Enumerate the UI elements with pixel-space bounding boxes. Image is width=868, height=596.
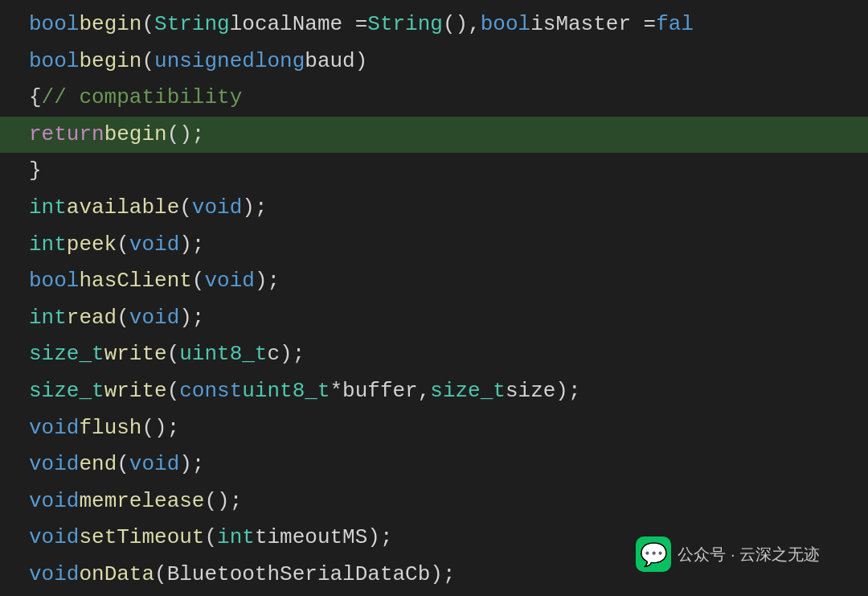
code-token: // compatibility xyxy=(42,81,243,115)
code-token: ); xyxy=(242,191,267,225)
code-token: peek xyxy=(67,228,117,262)
code-token: void xyxy=(204,265,254,298)
code-editor: bool begin(String localName = String(), … xyxy=(0,0,868,596)
code-token: begin xyxy=(79,45,141,79)
code-line: void flush(); xyxy=(0,410,868,447)
code-token: onData xyxy=(79,558,154,592)
code-token: (BluetoothSerialDataCb); xyxy=(154,558,455,592)
code-token: setTimeout xyxy=(79,521,204,555)
code-token: ( xyxy=(117,302,129,335)
code-token: bool xyxy=(29,45,79,79)
code-token: (); xyxy=(204,485,242,519)
code-line: return begin(); xyxy=(0,117,868,154)
code-token: { xyxy=(29,81,42,115)
code-token: begin xyxy=(79,8,141,42)
code-token: write xyxy=(104,375,167,409)
code-token: void xyxy=(129,302,179,335)
code-token: ( xyxy=(192,265,205,298)
code-token: return xyxy=(29,118,104,152)
code-token: int xyxy=(217,521,255,555)
code-token: } xyxy=(29,154,42,188)
code-token: flush xyxy=(79,412,141,446)
code-token: ); xyxy=(179,302,204,335)
code-token: unsigned xyxy=(154,45,255,79)
code-token: memrelease xyxy=(79,485,204,519)
code-token: *buffer, xyxy=(330,375,430,409)
code-token: void xyxy=(29,448,79,482)
code-line: size_t write(uint8_t c); xyxy=(0,336,868,373)
code-token: bool xyxy=(29,8,79,42)
code-token: ); xyxy=(179,448,204,482)
code-token: void xyxy=(29,412,79,446)
code-token: isMaster = xyxy=(530,8,656,42)
code-token: void xyxy=(129,448,179,482)
watermark: 💬公众号 · 云深之无迹 xyxy=(636,536,820,572)
code-line: int read(void); xyxy=(0,300,868,337)
code-token: const xyxy=(179,375,242,409)
code-token: void xyxy=(29,521,79,555)
watermark-text: 公众号 · 云深之无迹 xyxy=(678,544,820,565)
code-token: ( xyxy=(117,228,129,262)
code-token: void xyxy=(129,228,179,262)
code-token: fal xyxy=(656,8,694,42)
code-token: String xyxy=(154,8,230,42)
code-token: uint8_t xyxy=(242,375,330,409)
code-token: (), xyxy=(443,8,481,42)
code-token: long xyxy=(255,45,305,79)
code-token: void xyxy=(29,558,79,592)
code-token: hasClient xyxy=(79,265,191,298)
code-token: (); xyxy=(167,118,205,152)
code-token: ( xyxy=(167,338,180,372)
code-line: } xyxy=(0,153,868,190)
code-token: String xyxy=(367,8,443,42)
code-token: ); xyxy=(255,265,280,298)
code-token: int xyxy=(29,228,67,262)
code-token: size_t xyxy=(29,338,104,372)
code-token: int xyxy=(29,191,67,225)
code-token: void xyxy=(192,191,242,225)
code-token: ( xyxy=(204,521,217,555)
code-line: void memrelease(); xyxy=(0,483,868,520)
code-token: int xyxy=(29,302,67,335)
code-token: size); xyxy=(506,375,581,409)
code-line: void end(void); xyxy=(0,446,868,483)
code-token: ( xyxy=(117,448,129,482)
code-token: ( xyxy=(167,375,180,409)
code-token: begin xyxy=(104,118,167,152)
code-line: bool begin(unsigned long baud) xyxy=(0,43,868,80)
code-token: c); xyxy=(267,338,305,372)
code-token: bool xyxy=(29,265,79,298)
code-token: size_t xyxy=(29,375,104,409)
code-token: uint8_t xyxy=(179,338,267,372)
code-token: (); xyxy=(141,412,179,446)
code-line: esp_err_t register_callback(esp_spp_cb_t… xyxy=(0,594,868,597)
code-token: void xyxy=(29,485,79,519)
code-line: int available(void); xyxy=(0,190,868,227)
code-token: ( xyxy=(179,191,192,225)
code-token: size_t xyxy=(430,375,506,409)
code-line: size_t write(const uint8_t *buffer, size… xyxy=(0,373,868,410)
code-token: ( xyxy=(141,8,154,42)
code-line: { // compatibility xyxy=(0,80,868,117)
code-token: read xyxy=(67,302,117,335)
code-token: ); xyxy=(179,228,204,262)
code-token: end xyxy=(79,448,117,482)
code-token: bool xyxy=(481,8,530,42)
code-line: bool begin(String localName = String(), … xyxy=(0,6,868,43)
wechat-icon: 💬 xyxy=(636,536,671,572)
code-token: ( xyxy=(141,45,154,79)
code-line: bool hasClient(void); xyxy=(0,263,868,300)
code-token: timeoutMS); xyxy=(255,521,393,555)
code-token: available xyxy=(67,191,179,225)
code-token: localName = xyxy=(230,8,368,42)
code-line: int peek(void); xyxy=(0,227,868,264)
code-token: baud) xyxy=(305,45,367,79)
code-token: write xyxy=(104,338,167,372)
